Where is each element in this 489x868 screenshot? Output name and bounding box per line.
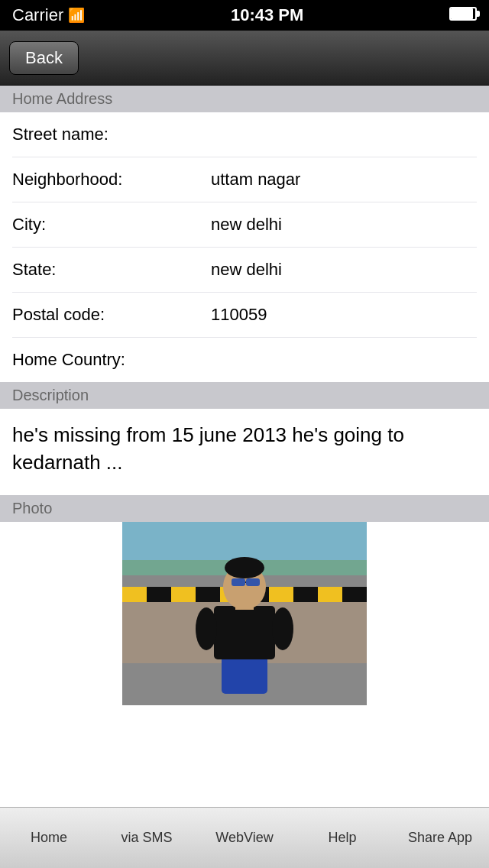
svg-rect-11 [318, 587, 342, 602]
postal-label: Postal code: [12, 305, 211, 325]
tab-help-label: Help [328, 830, 356, 846]
tab-webview-label: WebView [215, 830, 273, 846]
tab-webview[interactable]: WebView [196, 808, 293, 868]
svg-point-17 [196, 607, 217, 650]
svg-point-18 [272, 607, 293, 650]
svg-rect-16 [214, 606, 275, 659]
city-label: City: [12, 215, 211, 235]
neighborhood-label: Neighborhood: [12, 170, 211, 189]
tab-home[interactable]: Home [0, 808, 98, 868]
tab-bar: Home via SMS WebView Help Share App [0, 807, 489, 868]
home-address-header: Home Address [0, 86, 489, 112]
svg-rect-6 [196, 587, 220, 602]
tab-share-app[interactable]: Share App [391, 808, 489, 868]
svg-point-24 [225, 557, 264, 578]
description-text: he's missing from 15 june 2013 he's goin… [0, 409, 489, 495]
field-row-neighborhood: Neighborhood: uttam nagar [12, 157, 477, 202]
status-time: 10:43 PM [231, 5, 303, 25]
tab-home-label: Home [31, 830, 67, 846]
svg-rect-10 [293, 587, 318, 602]
postal-value: 110059 [211, 305, 267, 325]
tab-help[interactable]: Help [293, 808, 391, 868]
state-value: new delhi [211, 260, 282, 280]
svg-rect-5 [171, 587, 196, 602]
address-section: Street name: Neighborhood: uttam nagar C… [0, 112, 489, 382]
country-label: Home Country: [12, 350, 211, 370]
field-row-state: State: new delhi [12, 248, 477, 293]
status-bar: Carrier 📶 10:43 PM [0, 0, 489, 31]
photo-image [122, 522, 367, 705]
tab-share-app-label: Share App [408, 830, 472, 846]
neighborhood-value: uttam nagar [211, 170, 300, 189]
description-header: Description [0, 382, 489, 409]
photo-header: Photo [0, 495, 489, 522]
nav-bar: Back [0, 31, 489, 86]
photo-svg [122, 522, 367, 705]
field-row-country: Home Country: [12, 338, 477, 382]
carrier-wifi: Carrier 📶 [12, 5, 85, 25]
back-button[interactable]: Back [9, 41, 79, 75]
photo-container [0, 522, 489, 714]
svg-rect-3 [122, 587, 147, 602]
street-label: Street name: [12, 125, 211, 144]
svg-rect-22 [246, 578, 260, 586]
content-area: Home Address Street name: Neighborhood: … [0, 86, 489, 807]
field-row-postal: Postal code: 110059 [12, 293, 477, 338]
battery-indicator [449, 5, 477, 25]
wifi-icon: 📶 [68, 7, 85, 24]
svg-rect-9 [269, 587, 293, 602]
tab-via-sms-label: via SMS [121, 830, 172, 846]
field-row-street: Street name: [12, 112, 477, 157]
field-row-city: City: new delhi [12, 202, 477, 248]
photo-section: Photo [0, 495, 489, 714]
carrier-label: Carrier [12, 5, 63, 25]
svg-rect-21 [232, 578, 245, 586]
tab-via-sms[interactable]: via SMS [98, 808, 196, 868]
svg-rect-4 [147, 587, 171, 602]
city-value: new delhi [211, 215, 282, 235]
state-label: State: [12, 260, 211, 280]
svg-rect-12 [342, 587, 367, 602]
